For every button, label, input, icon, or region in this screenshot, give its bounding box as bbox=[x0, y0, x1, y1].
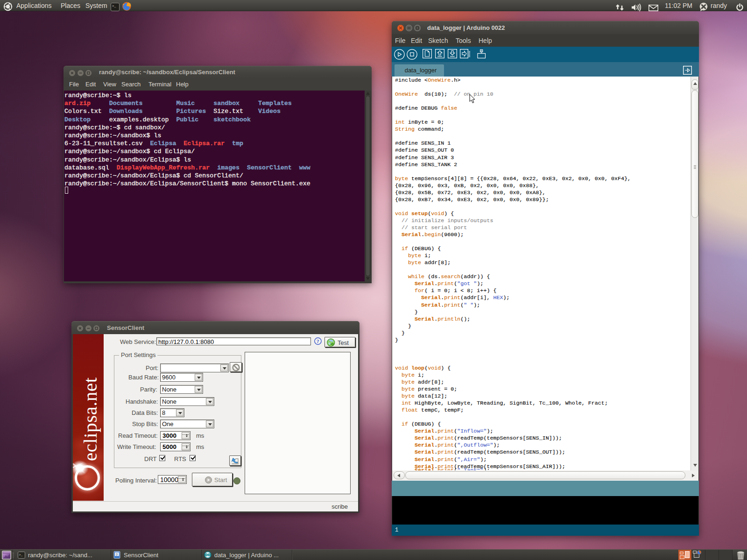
svg-text:?: ? bbox=[116, 553, 118, 556]
svg-text:>_: >_ bbox=[112, 4, 116, 8]
svg-text:?: ? bbox=[317, 338, 319, 344]
svg-text:>_: >_ bbox=[19, 553, 23, 557]
